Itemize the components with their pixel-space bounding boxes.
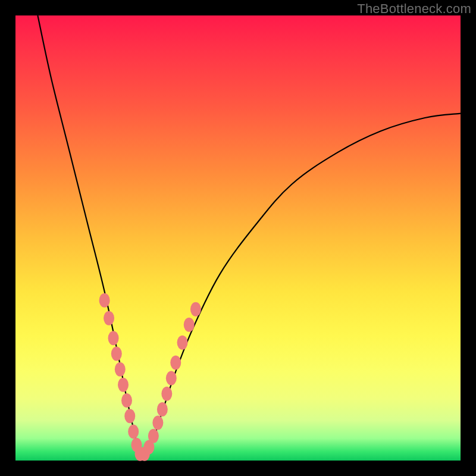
marker-point	[128, 424, 139, 439]
marker-point	[99, 293, 110, 308]
chart-overlay	[15, 15, 461, 461]
bottleneck-curve	[37, 15, 461, 459]
marker-point	[124, 409, 135, 423]
marker-point	[104, 311, 114, 325]
marker-point	[115, 362, 126, 377]
chart-frame: TheBottleneck.com	[0, 0, 476, 476]
marker-point	[148, 429, 159, 443]
marker-point	[157, 402, 168, 416]
marker-point	[108, 331, 119, 345]
marker-point	[111, 346, 122, 361]
marker-point	[161, 387, 172, 401]
marker-point	[190, 302, 201, 317]
marker-point	[170, 355, 181, 369]
marker-point	[184, 318, 195, 332]
marker-point	[118, 378, 129, 392]
marker-point	[166, 371, 177, 386]
watermark-text: TheBottleneck.com	[357, 1, 471, 17]
marker-point	[177, 336, 188, 350]
marker-point	[152, 415, 163, 430]
marker-group	[99, 293, 201, 461]
marker-point	[121, 393, 132, 408]
